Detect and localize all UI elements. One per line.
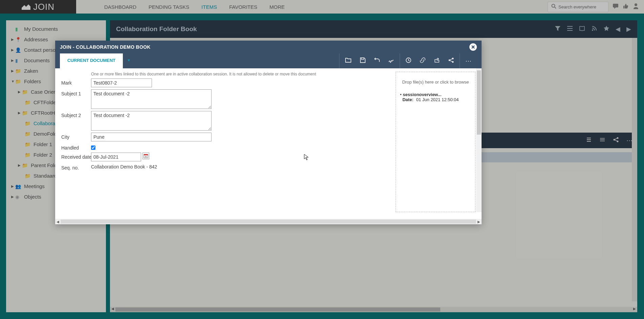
svg-point-24 [449, 59, 450, 61]
svg-rect-29 [144, 154, 148, 155]
undo-icon[interactable] [370, 57, 384, 65]
file-date-value: 01 Jun 2021 12:50:04 [416, 97, 459, 102]
label-mark: Mark [61, 78, 91, 86]
tab-dropdown-icon[interactable]: ▼ [123, 53, 135, 68]
svg-point-25 [452, 61, 454, 63]
label-seq: Seq. no. [61, 163, 91, 170]
svg-text:31: 31 [145, 156, 147, 158]
drop-zone[interactable]: Drop file(s) here or click to browse • s… [396, 72, 475, 212]
calendar-icon[interactable]: 31 [142, 153, 149, 159]
label-handled: Handled [61, 143, 91, 151]
input-mark[interactable] [91, 78, 152, 87]
document-modal: JOIN - COLLABORATION DEMO BOOK CURRENT D… [55, 41, 482, 224]
input-received-date[interactable] [91, 153, 141, 161]
label-subject2: Subject 2 [61, 111, 91, 118]
history-icon[interactable] [401, 57, 416, 65]
tab-current-document[interactable]: CURRENT DOCUMENT [60, 53, 123, 68]
file-item[interactable]: • sessionoverview... Date:01 Jun 2021 12… [400, 92, 471, 102]
value-seq: Collaboration Demo Book - 842 [91, 163, 157, 169]
share-icon[interactable] [444, 57, 458, 65]
export-icon[interactable] [430, 57, 444, 65]
label-city: City [61, 133, 91, 140]
svg-line-27 [450, 61, 452, 62]
checkbox-handled[interactable] [91, 145, 95, 150]
save-icon[interactable] [356, 57, 370, 65]
label-received: Received date [61, 153, 91, 160]
more-icon[interactable]: ⋯ [461, 57, 475, 65]
input-subject2[interactable] [91, 111, 212, 131]
input-city[interactable] [91, 133, 212, 141]
modal-header: JOIN - COLLABORATION DEMO BOOK [55, 41, 482, 53]
svg-point-23 [452, 58, 454, 59]
svg-line-26 [450, 59, 452, 60]
open-folder-icon[interactable] [341, 57, 356, 65]
file-name: sessionoverview... [403, 92, 441, 97]
label-subject1: Subject 1 [61, 89, 91, 96]
file-date-label: Date: [402, 97, 414, 102]
close-button[interactable] [469, 43, 477, 51]
modal-title: JOIN - COLLABORATION DEMO BOOK [60, 44, 469, 50]
link-icon[interactable] [416, 57, 430, 65]
signature-icon[interactable] [384, 57, 398, 65]
warning-text: One or more files linked to this documen… [91, 72, 389, 76]
svg-rect-21 [361, 58, 364, 60]
modal-tab-bar: CURRENT DOCUMENT ▼ ⋯ [55, 53, 482, 68]
modal-horizontal-scrollbar[interactable]: ◀▶ [55, 219, 482, 224]
input-subject1[interactable] [91, 89, 212, 109]
modal-body: One or more files linked to this documen… [55, 68, 482, 219]
modal-vertical-scrollbar[interactable] [476, 68, 482, 212]
drop-text: Drop file(s) here or click to browse [400, 79, 471, 85]
